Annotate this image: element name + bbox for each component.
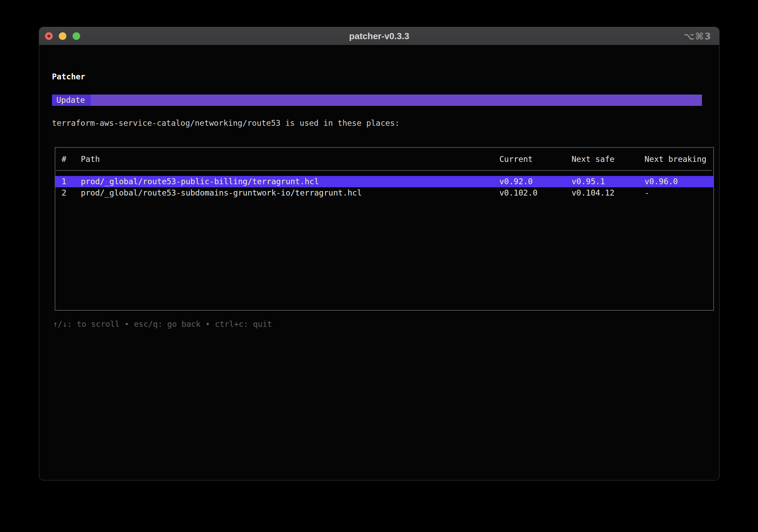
row-next-breaking-version: - <box>645 187 711 199</box>
tab-bar: Update <box>52 95 702 106</box>
row-next-safe-version: v0.104.12 <box>572 187 645 199</box>
column-header-current: Current <box>499 154 572 165</box>
usage-table: # Path Current Next safe Next breaking 1… <box>55 147 714 311</box>
window-title: patcher-v0.3.3 <box>39 27 719 45</box>
column-header-next-safe: Next safe <box>572 154 645 165</box>
window-shortcut-badge: ⌥⌘3 <box>684 27 712 45</box>
column-header-path: Path <box>81 154 499 165</box>
row-current-version: v0.92.0 <box>499 176 572 187</box>
row-next-breaking-version: v0.96.0 <box>645 176 711 187</box>
row-path: prod/_global/route53-subdomains-gruntwor… <box>81 187 499 199</box>
terminal-window: patcher-v0.3.3 ⌥⌘3 Patcher Update terraf… <box>39 27 719 480</box>
row-num: 1 <box>62 176 81 187</box>
tab-update[interactable]: Update <box>52 95 91 106</box>
row-path: prod/_global/route53-public-billing/terr… <box>81 176 499 187</box>
keyboard-hints: ↑/↓: to scroll • esc/q: go back • ctrl+c… <box>53 319 272 329</box>
page-title: Patcher <box>52 72 85 81</box>
table-row[interactable]: 2 prod/_global/route53-subdomains-gruntw… <box>55 187 713 199</box>
column-header-num: # <box>62 154 81 165</box>
table-body: 1 prod/_global/route53-public-billing/te… <box>55 176 713 199</box>
usage-description: terraform-aws-service-catalog/networking… <box>52 118 400 128</box>
header-separator <box>56 170 712 171</box>
table-row[interactable]: 1 prod/_global/route53-public-billing/te… <box>55 176 713 187</box>
window-titlebar: patcher-v0.3.3 ⌥⌘3 <box>39 27 719 45</box>
row-current-version: v0.102.0 <box>499 187 572 199</box>
row-next-safe-version: v0.95.1 <box>572 176 645 187</box>
row-num: 2 <box>62 187 81 199</box>
table-header-row: # Path Current Next safe Next breaking <box>55 154 713 165</box>
column-header-next-breaking: Next breaking <box>645 154 711 165</box>
